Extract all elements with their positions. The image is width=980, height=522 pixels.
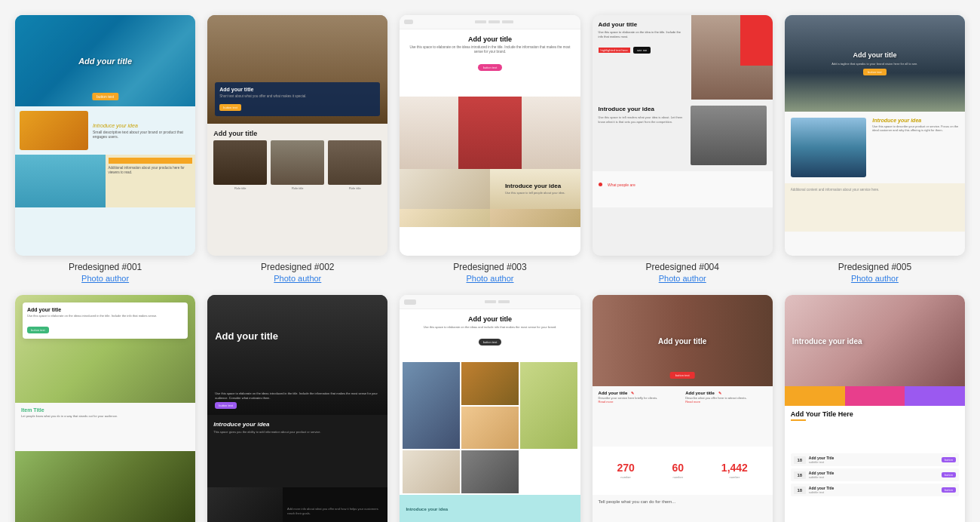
card8-nav-1	[485, 300, 496, 303]
card3-introduce-title: Introduce your idea	[505, 183, 565, 189]
card5-section3: Additional content and information about…	[785, 183, 965, 232]
card9-service1-link[interactable]: Read more	[599, 400, 680, 404]
template-author-001[interactable]: Photo author	[81, 274, 129, 283]
card1-introduce-title: Introduce your idea	[93, 123, 191, 128]
template-author-004[interactable]: Photo author	[659, 274, 706, 283]
card9-service2-link[interactable]: Read more	[685, 400, 767, 404]
card1-section2: Introduce your idea Small descriptive te…	[15, 106, 195, 155]
card6-hero-text: Use this space to elaborate on the ideas…	[27, 314, 183, 318]
card9-stats-row: 270 number 60 number 1,442 number	[593, 447, 773, 495]
template-item-010: Introduce your idea Add Your Title Here …	[785, 295, 965, 522]
card3-hero-btn[interactable]: button text	[478, 64, 503, 71]
card3-nav-2	[488, 20, 500, 23]
card10-hero: Introduce your idea	[785, 295, 965, 386]
card3-introduce-box: Introduce your idea Use this space to te…	[501, 178, 570, 200]
card3-hero: Add your title Use this space to elabora…	[400, 29, 580, 97]
card8-pg3	[461, 407, 519, 449]
card9-service-2: Add your title ✎ Describe what you offer…	[685, 391, 767, 404]
card2-hero-box: Add your title Short text about what you…	[215, 82, 380, 116]
card8-hero-btn[interactable]: button text	[479, 339, 502, 345]
template-grid: Add your title button text Introduce you…	[15, 15, 965, 522]
card1-bottom-text: Additional information about your produc…	[109, 166, 193, 176]
card7-section3-text: Add more info about what you offer and h…	[283, 502, 387, 520]
card10-sched-sub-3: subtitle text	[809, 490, 939, 494]
card2-person3-name: Role title	[349, 186, 361, 190]
card3-model-figure	[458, 97, 522, 169]
card3-grid-1	[400, 169, 490, 209]
card2-box-title: Add your title	[219, 87, 375, 92]
card4-hero: Add your title Use this space to elabora…	[593, 15, 773, 100]
card6-hero-btn[interactable]: button text	[27, 327, 49, 333]
card9-stat3-label: number	[721, 475, 748, 479]
template-card-002[interactable]: Add your title Short text about what you…	[207, 15, 387, 256]
card9-hero-btn[interactable]: button text	[670, 372, 695, 379]
card1-hero-btn[interactable]: button text	[92, 93, 118, 100]
card3-grid-4	[490, 209, 580, 227]
card4-hero-title: Add your title	[599, 21, 686, 28]
card4-hero-btn[interactable]: see me	[633, 47, 651, 54]
card2-person-2: Role title	[271, 140, 324, 201]
card3-bottom-grid: Introduce your idea Use this space to te…	[400, 169, 580, 227]
card10-sched-btn-1[interactable]: button	[942, 457, 956, 462]
card6-item-title: Item Title	[21, 407, 189, 413]
card8-introduce-text: Introduce your idea	[406, 507, 448, 511]
template-card-008[interactable]: Add your title Use this space to elabora…	[400, 295, 580, 522]
card7-hero: Add your title Use this space to elabora…	[207, 295, 387, 415]
card3-introduce-text: Use this space to tell people about your…	[505, 191, 565, 195]
template-author-005[interactable]: Photo author	[851, 274, 899, 283]
card10-sched-btn-3[interactable]: button	[942, 487, 956, 493]
template-author-002[interactable]: Photo author	[274, 274, 321, 283]
template-card-005[interactable]: Add your title Add a tagline that speaks…	[785, 15, 965, 256]
card10-color-bar	[785, 386, 965, 406]
card9-stat2-num: 60	[672, 462, 684, 474]
template-card-009[interactable]: Add your title button text Add your titl…	[593, 295, 773, 522]
card10-sched-content-3: Add your Title subtitle text	[809, 486, 939, 494]
card5-hero-content: Add your title Add a tagline that speaks…	[785, 15, 965, 112]
card10-sched-content-2: Add your Title subtitle text	[809, 471, 939, 479]
card8-logo	[404, 299, 416, 305]
card8-hero: Add your title Use this space to elabora…	[400, 309, 580, 362]
card9-stat1-num: 270	[617, 462, 634, 474]
card5-section2-img	[791, 118, 866, 178]
card3-top-bar	[400, 15, 580, 29]
card7-hero-text: Use this space to elaborate on the ideas…	[215, 392, 380, 400]
card8-pg4	[403, 450, 460, 493]
template-card-003[interactable]: Add your title Use this space to elabora…	[400, 15, 580, 256]
card9-service1-title: Add your title ✎	[599, 391, 680, 395]
card5-section3-text: Additional content and information about…	[791, 188, 959, 192]
card2-box-btn[interactable]: button text	[219, 104, 241, 111]
template-item-004: Add your title Use this space to elabora…	[593, 15, 773, 283]
card5-introduce-content: Introduce your idea Use this space to de…	[872, 118, 959, 133]
card5-hero-btn[interactable]: button text	[863, 69, 887, 75]
card6-item-text: Let people know what you do in a way tha…	[21, 414, 189, 419]
template-card-001[interactable]: Add your title button text Introduce you…	[15, 15, 195, 256]
card3-nav	[413, 20, 575, 23]
card1-section3-text: Additional information about your produc…	[106, 155, 196, 207]
card4-section2-img	[691, 106, 766, 166]
card4-what-people: What people are	[608, 183, 635, 187]
card4-section3: What people are	[593, 171, 773, 207]
template-card-006[interactable]: Add your title Use this space to elabora…	[15, 295, 195, 522]
card8-top-bar	[400, 295, 580, 309]
card2-title-row: Add your title	[207, 124, 387, 140]
template-card-004[interactable]: Add your title Use this space to elabora…	[593, 15, 773, 256]
card8-nav	[419, 300, 575, 303]
card5-hero-title: Add your title	[853, 51, 896, 59]
card1-hero: Add your title button text	[15, 15, 195, 106]
card10-cb-purple	[905, 386, 965, 406]
card7-hero-btn[interactable]: button text	[215, 402, 237, 409]
template-card-007[interactable]: Add your title Use this space to elabora…	[207, 295, 387, 522]
card10-schedule-row: 18 Add your Title subtitle text button 1…	[785, 453, 965, 522]
card2-person1-img	[213, 140, 267, 186]
card10-sched-btn-2[interactable]: button	[942, 472, 956, 477]
card6-section3	[15, 451, 195, 522]
template-label-002: Predesigned #002	[261, 262, 334, 272]
card7-hero-title: Add your title	[215, 331, 380, 342]
card10-sched-date-3: 18	[794, 487, 806, 494]
card8-pg6	[520, 362, 577, 449]
template-author-003[interactable]: Photo author	[466, 274, 513, 283]
card2-box-text: Short text about what you offer and what…	[219, 94, 375, 98]
template-card-010[interactable]: Introduce your idea Add Your Title Here …	[785, 295, 965, 522]
card10-section2-line	[791, 419, 806, 421]
template-item-007: Add your title Use this space to elabora…	[207, 295, 387, 522]
